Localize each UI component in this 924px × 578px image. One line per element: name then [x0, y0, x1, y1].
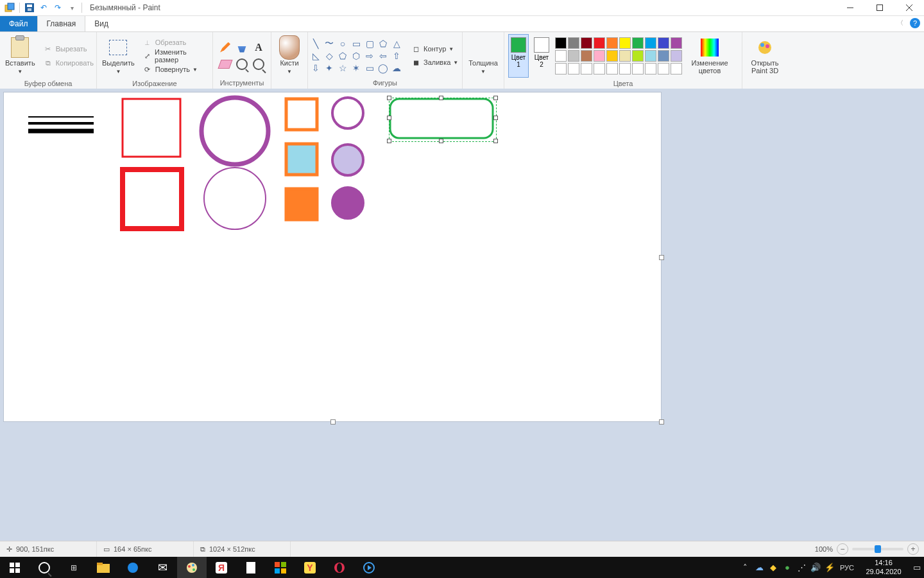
shape-callout-rect-icon[interactable]: ▭: [363, 62, 376, 74]
shape-diamond-icon[interactable]: ◇: [323, 50, 336, 62]
palette-swatch-empty[interactable]: [645, 63, 656, 74]
selection-handle-nw[interactable]: [387, 96, 391, 100]
select-button[interactable]: Выделить▼: [97, 32, 140, 80]
shape-roundrect-icon[interactable]: ▢: [363, 38, 376, 49]
mail-taskbar-icon[interactable]: ✉: [148, 557, 177, 578]
help-icon[interactable]: ?: [910, 18, 920, 28]
shape-6star-icon[interactable]: ✶: [350, 62, 363, 74]
explorer-taskbar-icon[interactable]: [89, 557, 118, 578]
cut-button[interactable]: ✂Вырезать: [40, 42, 96, 55]
zoom-in-button[interactable]: +: [907, 543, 919, 555]
document-taskbar-icon[interactable]: [236, 557, 266, 578]
fill-tool[interactable]: [234, 40, 250, 55]
shape-callout-oval-icon[interactable]: ◯: [377, 62, 389, 74]
palette-swatch[interactable]: [658, 50, 669, 62]
tray-clock[interactable]: 14:1629.04.2020: [857, 557, 910, 577]
palette-swatch-empty[interactable]: [594, 63, 605, 74]
tray-antivirus-icon[interactable]: ●: [780, 557, 794, 578]
zoom-out-button[interactable]: −: [837, 543, 848, 555]
tray-notifications-icon[interactable]: ▭: [910, 557, 924, 578]
media-taskbar-icon[interactable]: [354, 557, 384, 578]
zoom-thumb[interactable]: [875, 545, 881, 553]
text-tool[interactable]: A: [251, 40, 266, 55]
palette-swatch-empty[interactable]: [658, 63, 669, 74]
palette-swatch[interactable]: [568, 50, 579, 62]
crop-button[interactable]: ⟂Обрезать: [140, 36, 212, 49]
copy-button[interactable]: ⧉Копировать: [40, 57, 96, 69]
edge-taskbar-icon[interactable]: [118, 557, 148, 578]
canvas-handle-s[interactable]: [330, 419, 336, 425]
magnifier-tool[interactable]: [251, 57, 266, 72]
shape-rtriangle-icon[interactable]: ◺: [309, 50, 322, 62]
shape-polygon-icon[interactable]: ⬠: [377, 38, 389, 49]
paste-button[interactable]: Вставить▼: [0, 32, 40, 80]
selection-handle-se[interactable]: [493, 139, 498, 143]
palette-swatch-empty[interactable]: [581, 63, 592, 74]
picker-tool[interactable]: [234, 57, 250, 72]
thickness-button[interactable]: Толщина▼: [463, 32, 503, 80]
start-button[interactable]: [0, 557, 30, 578]
brushes-button[interactable]: Кисти▼: [274, 32, 305, 80]
selection-handle-n[interactable]: [439, 96, 443, 100]
selection-handle-s[interactable]: [439, 139, 443, 143]
palette-swatch[interactable]: [619, 50, 631, 62]
selection-handle-e[interactable]: [493, 116, 498, 120]
shape-pentagon-icon[interactable]: ⬠: [336, 50, 349, 62]
selection-handle-w[interactable]: [387, 116, 391, 120]
palette-swatch[interactable]: [632, 37, 644, 49]
palette-swatch[interactable]: [671, 37, 682, 49]
shape-arrowr-icon[interactable]: ⇨: [363, 50, 376, 62]
opera-taskbar-icon[interactable]: [325, 557, 354, 578]
zoom-slider[interactable]: [852, 548, 903, 550]
palette-swatch[interactable]: [581, 50, 592, 62]
maximize-button[interactable]: [865, 0, 894, 15]
tray-volume-icon[interactable]: 🔊: [809, 557, 823, 578]
selection-handle-ne[interactable]: [493, 96, 498, 100]
palette-swatch[interactable]: [581, 37, 592, 49]
palette-swatch[interactable]: [594, 50, 605, 62]
tray-wifi-icon[interactable]: ⋰: [794, 557, 809, 578]
collapse-ribbon-icon[interactable]: 〈: [897, 19, 903, 28]
paint-taskbar-icon[interactable]: [177, 557, 207, 578]
palette-swatch-empty[interactable]: [619, 63, 631, 74]
shape-triangle-icon[interactable]: △: [390, 38, 403, 49]
tray-dropbox-icon[interactable]: ◆: [766, 557, 780, 578]
tray-power-icon[interactable]: ⚡: [823, 557, 837, 578]
palette-swatch[interactable]: [619, 37, 631, 49]
palette-swatch[interactable]: [606, 50, 618, 62]
palette-swatch[interactable]: [606, 37, 618, 49]
shape-curve-icon[interactable]: 〜: [323, 38, 336, 49]
shape-arrowl-icon[interactable]: ⇦: [377, 50, 389, 62]
yandex-browser-taskbar-icon[interactable]: Y: [295, 557, 325, 578]
palette-swatch[interactable]: [555, 37, 567, 49]
eraser-tool[interactable]: [218, 57, 233, 72]
shape-hexagon-icon[interactable]: ⬡: [350, 50, 363, 62]
shape-rect-icon[interactable]: ▭: [350, 38, 363, 49]
palette-swatch-empty[interactable]: [568, 63, 579, 74]
palette-swatch[interactable]: [645, 50, 656, 62]
save-icon[interactable]: [24, 2, 35, 13]
tab-home[interactable]: Главная: [37, 16, 86, 31]
shape-line-icon[interactable]: ╲: [309, 38, 322, 49]
undo-icon[interactable]: ↶: [38, 2, 49, 13]
color1-button[interactable]: Цвет 1: [508, 34, 529, 78]
edit-colors-button[interactable]: Изменение цветов: [684, 32, 735, 80]
palette-swatch[interactable]: [645, 37, 656, 49]
store-taskbar-icon[interactable]: [266, 557, 295, 578]
canvas-handle-se[interactable]: [659, 419, 664, 425]
shape-oval-icon[interactable]: ○: [336, 38, 349, 49]
shapes-gallery[interactable]: ╲〜○▭▢⬠△ ◺◇⬠⬡⇨⇦⇧ ⇩✦☆✶▭◯☁: [308, 37, 404, 75]
palette-swatch-empty[interactable]: [606, 63, 618, 74]
tray-language[interactable]: РУС: [837, 557, 857, 578]
tab-view[interactable]: Вид: [85, 16, 117, 31]
shape-5star-icon[interactable]: ☆: [336, 62, 349, 74]
palette-swatch-empty[interactable]: [632, 63, 644, 74]
palette-swatch[interactable]: [658, 37, 669, 49]
tray-onedrive-icon[interactable]: ☁: [752, 557, 766, 578]
qat-menu-icon[interactable]: ▾: [66, 2, 78, 13]
tab-file[interactable]: Файл: [0, 16, 37, 31]
palette-swatch-empty[interactable]: [555, 63, 567, 74]
close-button[interactable]: [894, 0, 924, 15]
open-paint3d-button[interactable]: Открыть Paint 3D: [746, 32, 783, 80]
minimize-button[interactable]: [835, 0, 865, 15]
